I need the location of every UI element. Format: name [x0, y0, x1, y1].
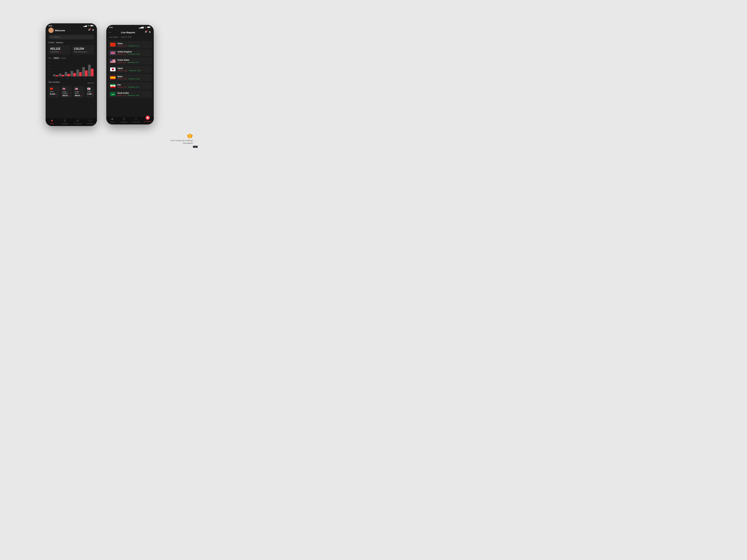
japan-flag: 🇯🇵	[87, 87, 91, 90]
view-all-button[interactable]: View all >	[87, 82, 94, 84]
nav-live-reports-label-right: Live Reports	[144, 121, 152, 122]
nav-home-label: Home	[50, 123, 54, 125]
iran-stat1: Affected - 1.2k	[118, 86, 127, 88]
search-bar[interactable]	[48, 35, 94, 39]
country-row-iran[interactable]: Iran Affected - 1.2k Recovered - 5.1k	[108, 82, 152, 89]
country-row-china[interactable]: China Affected - 3.2k Recovered - 9.2k	[108, 41, 152, 48]
uk-flag: 🇬🇧	[62, 87, 66, 90]
nav-home[interactable]: Home	[46, 119, 58, 125]
bar	[59, 74, 61, 76]
china-name: China	[50, 91, 54, 92]
recovered-label: Total Recovered ▲	[74, 51, 92, 53]
wifi-icon	[87, 25, 90, 27]
spain-info: Spain Deaths - 6.72k Recovered - 9.32k	[118, 76, 150, 80]
search-icon	[51, 36, 52, 38]
chart-area: 20010050200	[48, 60, 94, 79]
countries-scroll: 🇨🇳 China 81,620 ▲ 🇬🇧 United Kingdom 269,…	[48, 86, 94, 98]
spain-stats: Deaths - 6.72k Recovered - 9.32k	[118, 78, 150, 80]
nav-symptoms[interactable]: Symptoms	[58, 119, 71, 125]
country-card-china[interactable]: 🇨🇳 China 81,620 ▲	[48, 86, 59, 98]
china-flag: 🇨🇳	[50, 87, 53, 90]
tab-day[interactable]: Day	[48, 57, 52, 59]
sketch-logo	[187, 133, 193, 139]
status-bar-left: 9:41 ▂▄▆	[46, 23, 97, 28]
bar-group-tue	[59, 74, 64, 76]
country-row-uk[interactable]: United Kingdom Affected - 6.1k Recovered…	[108, 49, 152, 56]
tab-month[interactable]: Month	[61, 57, 66, 59]
divider: |	[120, 36, 120, 38]
nav-symptoms-label-right: Symptoms	[121, 121, 127, 123]
bell-button[interactable]	[88, 29, 91, 32]
japan-info: Japan Affected - 3.62k Recovered - 1.54k	[118, 67, 150, 72]
header-icons	[88, 29, 94, 32]
bell-button-right[interactable]	[145, 31, 147, 34]
back-button[interactable]: ←	[109, 31, 111, 34]
country-row-saudi[interactable]: 🌙 Saudi Arabia Deaths - 5.1k Recovered -…	[108, 90, 152, 98]
usa-flag: 🇺🇸	[75, 87, 78, 90]
bar-group-fri	[76, 70, 82, 76]
nav-test-yourself[interactable]: Test Yourself	[71, 119, 84, 125]
spain-stat1: Deaths - 6.72k	[118, 78, 127, 80]
bookmark-button[interactable]	[92, 29, 94, 32]
notification-badge-right	[147, 30, 148, 31]
china-stat1: Affected - 3.2k	[118, 45, 127, 47]
deaths-trend-icon: ▲	[59, 51, 61, 53]
uk-flag-lg	[110, 51, 115, 55]
live-reports-active-dot	[146, 115, 150, 120]
search-input[interactable]	[53, 36, 92, 38]
uk-num: 269,55 ▲	[62, 95, 70, 97]
bottom-nav-left: Home Symptoms	[46, 118, 97, 126]
nav-live-reports-right[interactable]: Live Reports	[142, 118, 154, 123]
bar-group-mon	[53, 75, 58, 76]
welcome-text: Welcome	[55, 29, 65, 32]
svg-rect-2	[93, 25, 94, 26]
iran-flag-lg	[110, 84, 115, 88]
nav-home-right[interactable]: Home	[106, 118, 118, 123]
right-header-icons	[145, 31, 151, 34]
saudi-name-lg: Saudi Arabia	[118, 92, 150, 94]
svg-text:🌙: 🌙	[112, 93, 113, 95]
svg-point-3	[51, 36, 52, 37]
bar	[91, 69, 94, 76]
svg-rect-13	[110, 43, 115, 47]
usa-info: United States Deaths - 4.2k Recovered - …	[118, 59, 150, 63]
iran-stat2: Recovered - 5.1k	[128, 86, 139, 88]
china-num: 81,620 ▲	[50, 93, 57, 95]
country-row-usa[interactable]: United States Deaths - 4.2k Recovered - …	[108, 57, 152, 65]
bookmark-button-right[interactable]	[149, 31, 151, 34]
nav-live-reports-left[interactable]: Live Reports	[84, 119, 97, 125]
svg-rect-33	[110, 61, 115, 62]
china-trend-icon: ▲	[55, 93, 57, 95]
bottom-nav-right: Home Symptoms	[106, 116, 154, 125]
nav-symptoms-right[interactable]: Symptoms	[118, 118, 130, 123]
left-phone: 9:41 ▂▄▆	[46, 23, 97, 126]
nav-test-yourself-right[interactable]: Test Yourself	[130, 118, 142, 123]
bar-group-thu	[71, 71, 76, 76]
bar	[71, 71, 73, 76]
wifi-icon-right	[145, 26, 147, 28]
recovered-number: 110,234	[74, 47, 92, 50]
svg-rect-39	[110, 77, 115, 79]
country-card-usa[interactable]: 🇺🇸 United States 988,65 ▲	[73, 86, 84, 98]
bar-group-wed	[65, 72, 70, 76]
bar	[88, 65, 91, 76]
time-right: 9:41	[109, 26, 113, 28]
chart-y-labels: 20010050200	[49, 61, 51, 76]
country-card-japan[interactable]: 🇯🇵 Japan 2,458 ▲	[86, 86, 94, 98]
country-row-spain[interactable]: Spain Deaths - 6.72k Recovered - 9.32k	[108, 74, 152, 81]
usa-name-lg: United States	[118, 59, 150, 61]
nav-home-label-right: Home	[110, 121, 114, 123]
country-row-japan[interactable]: Japan Affected - 3.62k Recovered - 1.54k	[108, 65, 152, 73]
japan-stat2: Recovered - 1.54k	[129, 70, 140, 72]
last-update: Last Update | April 10, 2020	[106, 35, 154, 40]
battery-icon-right	[147, 26, 151, 28]
nav-test-label: Test Yourself	[74, 123, 81, 125]
saudi-stat1: Deaths - 5.1k	[118, 95, 126, 96]
japan-name-lg: Japan	[118, 67, 150, 70]
uk-stat1: Affected - 6.1k	[118, 53, 127, 55]
tab-week[interactable]: Week	[53, 57, 60, 59]
country-card-uk[interactable]: 🇬🇧 United Kingdom 269,55 ▲	[61, 86, 72, 98]
recovered-trend-icon: ▲	[86, 51, 87, 53]
japan-name: Japan	[87, 91, 91, 92]
bar	[53, 75, 56, 76]
